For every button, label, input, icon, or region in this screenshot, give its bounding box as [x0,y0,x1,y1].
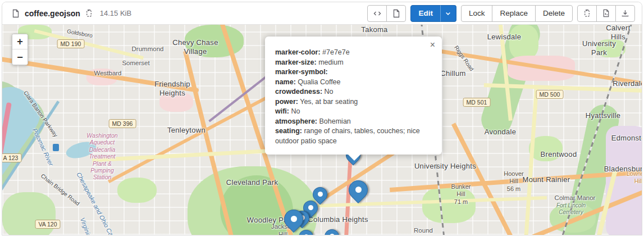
popup-close-icon[interactable]: × [430,40,435,49]
rendered-view-button[interactable] [386,5,406,22]
file-utility-group [577,5,635,22]
popup-property: marker-symbol: [275,67,432,78]
popup-properties: marker-color: #7e7e7emarker-size: medium… [275,48,432,146]
popup-property: marker-color: #7e7e7e [275,48,432,58]
popup-property: marker-size: medium [275,58,432,68]
lock-button[interactable]: Lock [461,5,493,22]
map-zoom-control: + − [12,34,28,65]
zoom-in-button[interactable]: + [12,34,28,49]
map-canvas[interactable]: TakomaLewisdaleCalvert HillsUniversity P… [2,25,642,235]
file-header: coffee.geojson 14.15 KiB Edit [2,2,642,25]
replace-button[interactable]: Replace [492,5,536,22]
code-view-button[interactable] [367,5,387,22]
file-size: 14.15 KiB [100,9,131,17]
edit-dropdown-button[interactable] [440,5,456,22]
popup-property: wifi: No [275,107,432,117]
file-actions-group: Lock Replace Delete [461,5,573,22]
download-icon [621,9,629,17]
popup-property: power: Yes, at bar seating [275,97,432,107]
popup-property: crowdedness: No [275,87,432,97]
code-view-icon [373,9,382,18]
edit-split-button: Edit [410,5,456,22]
copy-contents-button[interactable] [577,5,597,22]
feature-popup: × marker-color: #7e7e7emarker-size: medi… [265,37,442,155]
open-raw-icon [602,9,610,17]
copy-file-name-icon[interactable] [85,9,93,17]
zoom-out-button[interactable]: − [12,49,28,65]
popup-property: name: Qualia Coffee [275,78,432,88]
delete-button[interactable]: Delete [535,5,573,22]
copy-contents-icon [583,9,591,17]
download-button[interactable] [615,5,635,22]
view-toggle-group [367,5,406,22]
popup-property: atmosphere: Bohemian [275,117,432,127]
rendered-file-icon [392,9,401,18]
edit-button[interactable]: Edit [410,5,441,22]
chevron-down-icon [445,10,451,17]
file-viewer-widget: coffee.geojson 14.15 KiB Edit [2,2,642,235]
file-name: coffee.geojson [25,9,80,18]
file-icon [11,9,20,18]
open-raw-button[interactable] [596,5,616,22]
popup-property: seating: range of chairs, tables, couche… [275,126,432,146]
